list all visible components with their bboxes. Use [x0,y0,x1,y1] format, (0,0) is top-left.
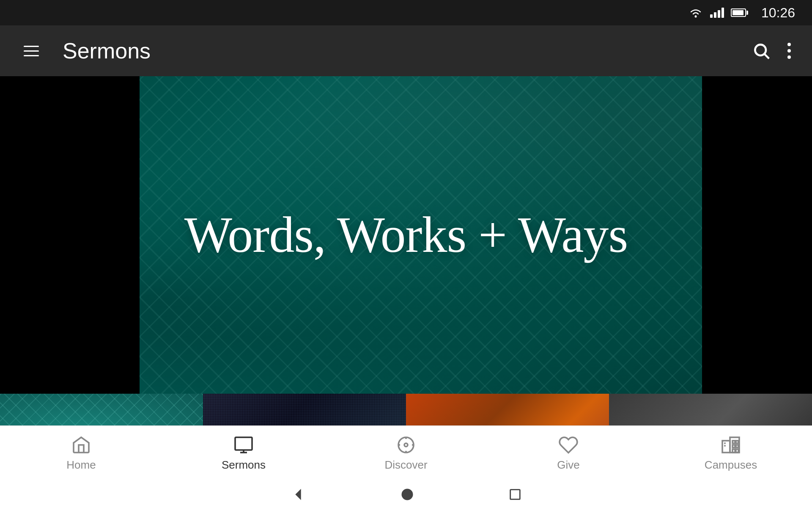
svg-line-2 [765,54,769,58]
status-bar: 10:26 [0,0,812,25]
svg-point-1 [755,44,766,55]
app-title: Sermons [63,38,748,64]
status-time: 10:26 [761,5,795,21]
wifi-icon [688,7,703,19]
svg-rect-22 [510,489,520,499]
svg-point-5 [404,443,408,447]
hero-title: Words, Works + Ways [184,206,628,264]
search-button[interactable] [748,37,775,64]
svg-rect-15 [736,441,738,443]
bottom-nav: Home Sermons Discover Give [0,425,812,480]
nav-item-campuses[interactable]: Campuses [650,428,812,478]
hero-section: Words, Works + Ways [0,76,812,394]
nav-item-home[interactable]: Home [0,428,162,478]
battery-icon [731,8,746,17]
svg-rect-17 [736,445,738,447]
svg-marker-20 [295,489,301,500]
nav-item-give[interactable]: Give [487,428,650,478]
app-bar: Sermons [0,25,812,76]
svg-rect-14 [732,441,735,443]
more-options-button[interactable] [783,39,795,63]
svg-point-21 [402,489,413,500]
svg-point-4 [398,437,414,453]
home-circle-button[interactable] [400,487,415,502]
nav-item-discover[interactable]: Discover [325,428,487,478]
back-button[interactable] [290,486,307,503]
nav-item-sermons[interactable]: Sermons [162,428,325,478]
hero-sidebar-left [0,76,140,394]
nav-label-discover: Discover [384,458,427,472]
svg-rect-19 [736,449,738,453]
nav-label-sermons: Sermons [222,458,266,472]
campus-icon [721,435,741,455]
svg-point-0 [694,16,697,18]
nav-label-home: Home [66,458,96,472]
menu-button[interactable] [17,39,46,63]
heart-icon [558,435,579,455]
discover-icon [396,435,416,455]
signal-icon [710,8,724,18]
svg-rect-16 [732,445,735,447]
home-icon [71,435,91,455]
svg-rect-18 [732,449,735,453]
nav-label-campuses: Campuses [705,458,757,472]
app-bar-actions [748,37,795,64]
tv-icon [233,435,254,455]
svg-rect-3 [235,437,252,450]
svg-rect-10 [722,441,730,453]
nav-label-give: Give [557,458,579,472]
system-nav [0,480,812,508]
recent-apps-button[interactable] [508,487,522,502]
hero-sidebar-right [702,76,812,394]
